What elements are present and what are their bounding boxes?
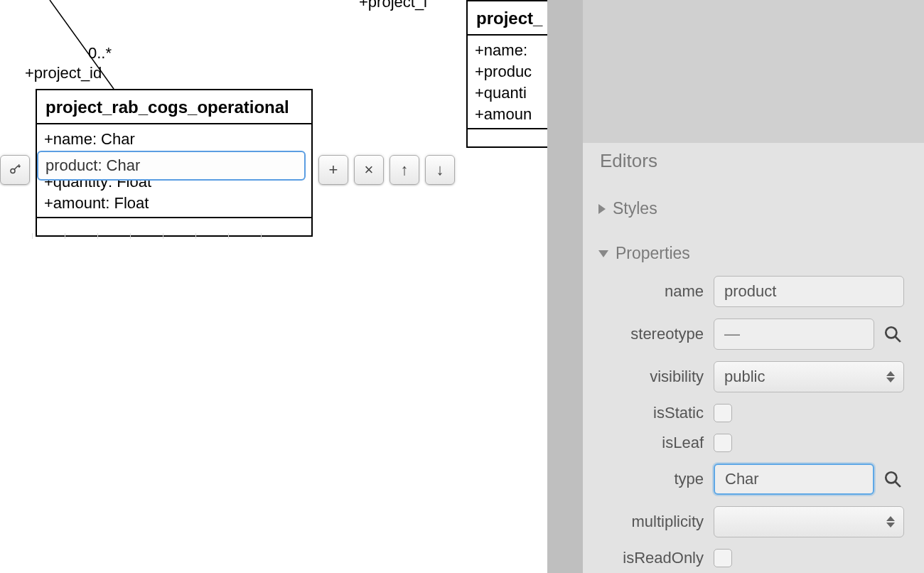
multiplicity-label: 0..*	[88, 44, 112, 63]
plus-icon: +	[329, 161, 338, 179]
arrow-down-icon: ↓	[436, 161, 444, 179]
prop-label: visibility	[583, 368, 704, 386]
move-up-button[interactable]: ↑	[390, 155, 419, 185]
key-tool-button[interactable]: +	[0, 155, 30, 185]
attribute-toolbar: + × ↑ ↓	[318, 155, 455, 185]
select-caret-icon	[886, 516, 895, 528]
close-icon: ×	[365, 161, 374, 179]
class-title: project_rab_cogs_operational	[37, 90, 311, 124]
svg-point-5	[886, 327, 896, 338]
diagram-canvas[interactable]: +project_i 0..* +project_id project_rab_…	[0, 0, 547, 573]
styles-label: Styles	[613, 199, 657, 218]
stereotype-input[interactable]	[714, 318, 874, 350]
visibility-value: public	[724, 368, 765, 386]
class-operations	[468, 129, 547, 146]
grid-ticks	[0, 233, 313, 240]
delete-attribute-button[interactable]: ×	[354, 155, 384, 185]
chevron-right-icon	[598, 204, 606, 214]
name-input[interactable]	[714, 276, 904, 307]
association-end-label: +project_i	[359, 0, 427, 11]
uml-class-secondary[interactable]: project_ +name: +produc +quanti +amoun	[466, 0, 547, 148]
arrow-up-icon: ↑	[401, 161, 409, 179]
chevron-down-icon	[598, 250, 608, 257]
key-icon: +	[9, 164, 21, 176]
prop-row-isleaf: isLeaf	[583, 434, 904, 452]
prop-row-stereotype: stereotype	[583, 318, 904, 350]
attribute-inline-editor[interactable]: product: Char	[37, 151, 306, 181]
prop-label: type	[583, 470, 704, 488]
prop-row-type: type	[583, 464, 904, 495]
prop-row-visibility: visibility public	[583, 361, 904, 392]
properties-section: Properties name stereotype	[583, 231, 924, 573]
prop-label: stereotype	[583, 325, 704, 343]
move-down-button[interactable]: ↓	[425, 155, 455, 185]
prop-row-isreadonly: isReadOnly	[583, 549, 904, 567]
class-title: project_	[468, 1, 547, 36]
prop-label: multiplicity	[583, 513, 704, 531]
search-icon	[883, 325, 902, 343]
prop-row-isstatic: isStatic	[583, 404, 904, 422]
svg-point-1	[11, 169, 15, 173]
attribute-row[interactable]: +produc	[475, 61, 547, 82]
styles-toggle[interactable]: Styles	[583, 192, 924, 225]
type-browse-button[interactable]	[881, 468, 904, 491]
svg-point-7	[886, 472, 896, 483]
isleaf-checkbox[interactable]	[714, 434, 732, 452]
attribute-row[interactable]: +amount: Float	[44, 193, 304, 214]
type-input[interactable]	[714, 464, 874, 495]
attribute-row[interactable]: +quanti	[475, 82, 547, 104]
prop-label: name	[583, 282, 704, 301]
svg-line-6	[895, 336, 901, 342]
prop-label: isLeaf	[583, 434, 704, 452]
properties-toggle[interactable]: Properties	[583, 237, 924, 270]
attribute-row[interactable]: +name: Char	[44, 129, 304, 150]
stereotype-browse-button[interactable]	[881, 323, 904, 346]
prop-label: isReadOnly	[583, 549, 704, 567]
svg-line-8	[895, 481, 901, 487]
svg-text:+: +	[18, 164, 21, 168]
properties-label: Properties	[616, 244, 690, 263]
panel-splitter[interactable]	[547, 0, 583, 573]
sidebar-panel: Editors Styles Properties name	[583, 0, 924, 573]
multiplicity-select[interactable]	[714, 506, 904, 537]
sidebar-preview-area	[583, 0, 924, 143]
role-label: +project_id	[25, 64, 102, 82]
isreadonly-checkbox[interactable]	[714, 549, 732, 567]
editors-header: Editors	[583, 143, 924, 186]
class-attributes: +name: +produc +quanti +amoun	[468, 36, 547, 129]
search-icon	[883, 470, 902, 488]
prop-row-multiplicity: multiplicity	[583, 506, 904, 537]
add-attribute-button[interactable]: +	[318, 155, 348, 185]
prop-label: isStatic	[583, 404, 704, 422]
attribute-row[interactable]: +name:	[475, 40, 547, 61]
editors-title: Editors	[600, 150, 907, 172]
attribute-row[interactable]: +amoun	[475, 104, 547, 125]
styles-section: Styles	[583, 186, 924, 231]
select-caret-icon	[886, 371, 895, 382]
prop-row-name: name	[583, 276, 904, 307]
visibility-select[interactable]: public	[714, 361, 904, 392]
isstatic-checkbox[interactable]	[714, 404, 732, 422]
properties-grid: name stereotype visibility	[583, 270, 924, 567]
